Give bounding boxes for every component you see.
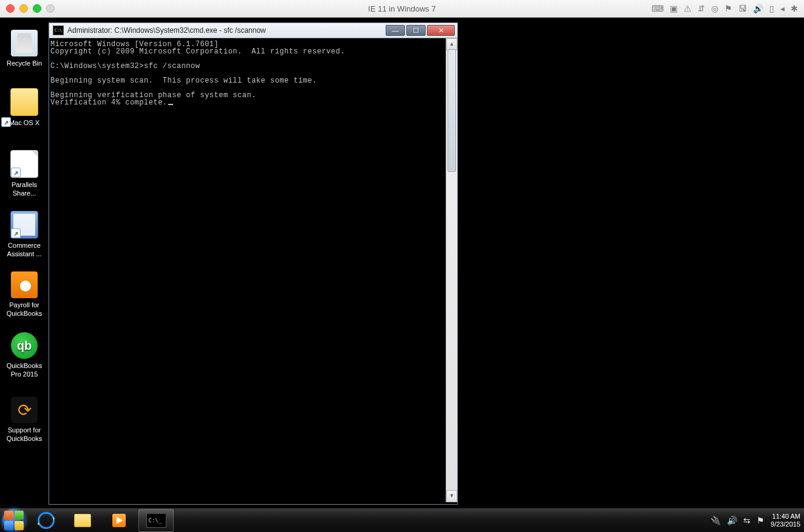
power-icon[interactable]: 🔌 (710, 516, 721, 525)
app-icon: ↗ (10, 211, 38, 239)
desktop-icon-label: QuickBooks Pro 2015 (1, 361, 47, 378)
wmp-icon (112, 514, 126, 527)
quickbooks-pro-2015[interactable]: qb QuickBooks Pro 2015 (1, 332, 47, 378)
disabled-icon (46, 4, 55, 13)
cmd-window-title: Administrator: C:\Windows\System32\cmd.e… (67, 26, 384, 35)
flag-icon[interactable]: ⚑ (724, 4, 732, 13)
keyboard-icon[interactable]: ⌨ (652, 4, 664, 13)
volume-icon[interactable]: 🔊 (727, 516, 737, 525)
desktop-icon-label: Support for QuickBooks (1, 426, 47, 443)
payroll-icon (11, 271, 38, 298)
scroll-thumb[interactable] (448, 49, 456, 172)
cursor-icon (168, 104, 173, 105)
tray-date: 9/23/2015 (771, 520, 800, 528)
scroll-up-icon[interactable]: ▲ (446, 38, 457, 50)
vm-desktop[interactable]: Recycle Bin ↗ Mac OS X ↗ Parallels Share… (0, 18, 804, 508)
folder-icon: ↗ (10, 88, 38, 116)
parallels-shared[interactable]: ↗ Parallels Share... (1, 150, 47, 197)
maximize-button[interactable]: ☐ (406, 25, 426, 36)
ie-icon (38, 512, 55, 529)
windows-taskbar[interactable]: C:\_ 🔌 🔊 ⇆ ⚑ 11:40 AM 9/23/2015 (0, 508, 804, 532)
cmd-output[interactable]: Microsoft Windows [Version 6.1.7601] Cop… (49, 38, 446, 502)
cmd-body: Microsoft Windows [Version 6.1.7601] Cop… (49, 38, 457, 502)
tray-clock[interactable]: 11:40 AM 9/23/2015 (771, 513, 800, 528)
close-button[interactable]: ✕ (427, 25, 455, 36)
recycle-bin-icon (11, 30, 38, 56)
folder-icon (74, 514, 91, 527)
tray-time: 11:40 AM (771, 513, 800, 520)
display-icon[interactable]: ▣ (670, 4, 678, 13)
taskbar-cmd[interactable]: C:\_ (138, 509, 174, 532)
cmd-line: Copyright (c) 2009 Microsoft Corporation… (50, 47, 345, 56)
parallels-menubar: ⌨ ▣ ⚠ ⇵ ◎ ⚑ 🖫 🔊 ▯ ◂ ✱ (652, 4, 798, 13)
start-orb-icon (2, 509, 26, 532)
desktop-icon-label: Commerce Assistant ... (1, 241, 47, 258)
sound-icon[interactable]: 🔊 (753, 4, 763, 13)
desktop-icon-label: Parallels Share... (1, 180, 47, 197)
shortcut-arrow-icon: ↗ (11, 168, 21, 177)
recycle-bin[interactable]: Recycle Bin (1, 30, 47, 67)
quickbooks-icon: qb (11, 332, 38, 359)
taskbar-explorer[interactable] (66, 510, 100, 531)
minimize-icon[interactable] (19, 4, 28, 13)
cmd-line: Beginning system scan. This process will… (50, 77, 317, 85)
action-center-icon[interactable]: ⚑ (757, 516, 765, 525)
gear-icon[interactable]: ✱ (791, 4, 798, 13)
cmd-titlebar[interactable]: C:\ Administrator: C:\Windows\System32\c… (49, 23, 457, 38)
mac-chrome-bar: IE 11 in Windows 7 ⌨ ▣ ⚠ ⇵ ◎ ⚑ 🖫 🔊 ▯ ◂ ✱ (0, 0, 804, 18)
commerce-assistant[interactable]: ↗ Commerce Assistant ... (1, 211, 47, 258)
zoom-icon[interactable] (33, 4, 41, 13)
cmd-icon: C:\_ (146, 513, 166, 528)
shortcut-arrow-icon: ↗ (1, 117, 11, 127)
cmd-app-icon: C:\ (53, 26, 64, 35)
network-icon[interactable]: ⇆ (743, 516, 751, 525)
desktop-icon-label: Recycle Bin (1, 59, 47, 67)
desktop-icon-label: Payroll for QuickBooks (1, 301, 47, 318)
device-icon[interactable]: ▯ (769, 4, 774, 13)
cmd-window[interactable]: C:\ Administrator: C:\Windows\System32\c… (49, 22, 458, 505)
mac-osx-folder[interactable]: ↗ Mac OS X (1, 88, 47, 127)
disk-icon[interactable]: 🖫 (738, 4, 747, 13)
window-controls: — ☐ ✕ (384, 25, 455, 36)
warning-icon[interactable]: ⚠ (684, 4, 692, 13)
document-icon: ↗ (10, 150, 38, 178)
shortcut-arrow-icon: ↗ (11, 228, 21, 238)
cmd-line: Verification 4% complete. (50, 98, 168, 107)
support-quickbooks[interactable]: ⟳ Support for QuickBooks (1, 397, 47, 443)
scrollbar[interactable]: ▲ ▼ (446, 38, 457, 502)
start-button[interactable] (0, 508, 28, 532)
minimize-button[interactable]: — (386, 25, 405, 36)
taskbar-wmp[interactable] (102, 510, 136, 531)
support-icon: ⟳ (11, 397, 38, 423)
usb-icon[interactable]: ⇵ (698, 4, 705, 13)
scroll-down-icon[interactable]: ▼ (446, 490, 457, 502)
payroll-quickbooks[interactable]: Payroll for QuickBooks (1, 271, 47, 318)
arrow-icon[interactable]: ◂ (780, 4, 785, 13)
system-tray: 🔌 🔊 ⇆ ⚑ 11:40 AM 9/23/2015 (710, 508, 800, 532)
cmd-line: C:\Windows\system32>sfc /scannow (50, 62, 200, 70)
camera-icon[interactable]: ◎ (711, 4, 718, 13)
taskbar-ie[interactable] (29, 510, 63, 531)
close-icon[interactable] (6, 4, 15, 13)
traffic-lights (6, 4, 55, 13)
